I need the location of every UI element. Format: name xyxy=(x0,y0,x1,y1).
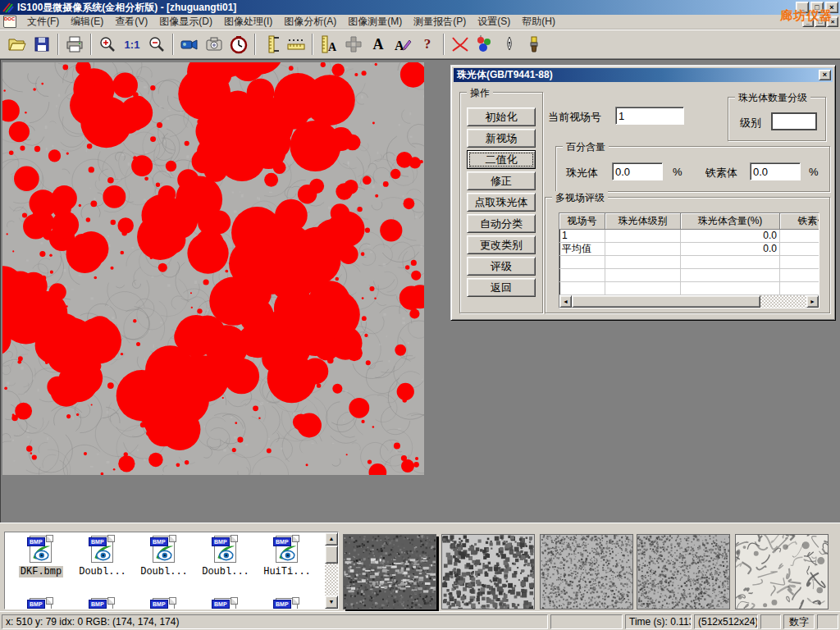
rate-button[interactable]: 评级 xyxy=(467,257,536,276)
save-button[interactable] xyxy=(30,33,53,56)
table-horizontal-scrollbar[interactable]: ◄ ► xyxy=(559,295,819,308)
file-item-doubl2[interactable]: BMP Doubl... xyxy=(135,536,194,578)
bmp-file-icon: BMP xyxy=(273,536,301,564)
percent-sign: % xyxy=(809,166,819,178)
text-tool-button[interactable]: A xyxy=(367,33,390,56)
video-capture-button[interactable] xyxy=(178,33,201,56)
pen-nib-icon xyxy=(500,35,518,53)
pick-pearlite-button[interactable]: 点取珠光体 xyxy=(467,193,536,212)
percent-sign: % xyxy=(673,166,682,178)
brush-tool-button[interactable] xyxy=(523,33,546,56)
thumbnail-4[interactable] xyxy=(637,534,730,609)
grade-input[interactable] xyxy=(771,112,817,130)
correct-button[interactable]: 修正 xyxy=(467,171,536,190)
scrollbar-track[interactable] xyxy=(325,564,338,596)
file-name[interactable]: HuiTi... xyxy=(258,566,317,578)
thumbnail-2[interactable] xyxy=(441,534,535,609)
menu-report[interactable]: 测量报告(P) xyxy=(408,13,472,30)
menu-file[interactable]: 文件(F) xyxy=(21,13,65,30)
cursor-position-status: x: 510 y: 79 idx: 0 RGB: (174, 174, 174) xyxy=(2,614,548,629)
auto-classify-button[interactable]: 自动分类 xyxy=(467,214,536,233)
file-item-row2[interactable]: BMP xyxy=(196,598,255,609)
file-item-row2[interactable]: BMP xyxy=(11,598,71,609)
help-button[interactable]: ? xyxy=(416,33,439,56)
menu-help[interactable]: 帮助(H) xyxy=(516,13,561,30)
file-item-huiti[interactable]: BMP HuiTi... xyxy=(258,536,317,578)
curve-tool-button[interactable] xyxy=(449,33,472,56)
open-file-button[interactable] xyxy=(6,33,29,56)
print-button[interactable] xyxy=(63,33,86,56)
open-folder-icon xyxy=(7,34,27,54)
menu-image-analysis[interactable]: 图像分析(A) xyxy=(278,13,342,30)
binarize-button[interactable]: 二值化 xyxy=(467,150,536,169)
cell-field: 1 xyxy=(559,230,605,243)
zoom-out-button[interactable] xyxy=(145,33,168,56)
metallographic-image[interactable] xyxy=(2,62,424,475)
menu-image-processing[interactable]: 图像处理(I) xyxy=(218,13,278,30)
file-item-doubl3[interactable]: BMP Doubl... xyxy=(196,536,255,578)
time-status: Time (s): 0.113 xyxy=(625,614,692,629)
file-item-row2[interactable]: BMP xyxy=(258,598,317,609)
brush-icon xyxy=(525,35,543,53)
toolbar-separator xyxy=(172,34,174,55)
file-item-dkf[interactable]: BMP DKF.bmp xyxy=(11,536,71,578)
scroll-up-arrow[interactable]: ▲ xyxy=(325,532,338,546)
dialog-title-bar[interactable]: 珠光体(GB/T9441-88) × xyxy=(454,68,833,82)
svg-text:A: A xyxy=(328,41,337,53)
menu-edit[interactable]: 编辑(E) xyxy=(65,13,109,30)
pearlite-percent-input[interactable] xyxy=(612,162,663,180)
file-name[interactable]: Doubl... xyxy=(135,566,194,578)
menu-image-measure[interactable]: 图像测量(M) xyxy=(342,13,408,30)
scroll-left-arrow[interactable]: ◄ xyxy=(559,295,572,308)
file-name[interactable]: Doubl... xyxy=(196,566,255,578)
grade-label: 级别 xyxy=(740,116,761,130)
scrollbar-thumb[interactable] xyxy=(572,295,760,308)
current-field-input[interactable] xyxy=(615,107,684,125)
actual-size-button[interactable]: 1:1 xyxy=(121,33,144,56)
table-row-empty xyxy=(559,269,819,282)
table-row[interactable]: 1 0.0 xyxy=(559,230,819,243)
scrollbar-thumb[interactable] xyxy=(325,546,338,564)
thumbnail-3[interactable] xyxy=(540,534,633,609)
file-item-row2[interactable]: BMP xyxy=(135,598,194,609)
ferrite-percent-input[interactable] xyxy=(750,162,801,180)
timer-button[interactable] xyxy=(227,33,250,56)
annotate-tool-button[interactable]: A xyxy=(391,33,414,56)
return-button[interactable]: 返回 xyxy=(467,278,536,297)
scroll-down-arrow[interactable]: ▼ xyxy=(325,596,338,609)
document-icon[interactable]: DOC xyxy=(3,16,16,28)
rating-table: 视场号 珠光体级别 珠光体含量(%) 铁素体 1 0.0 平均值 xyxy=(559,212,819,308)
thumbnail-1[interactable] xyxy=(343,534,436,609)
measure-label-button[interactable]: A xyxy=(317,33,340,56)
scrollbar-track[interactable] xyxy=(760,295,806,308)
file-item-doubl1[interactable]: BMP Doubl... xyxy=(73,536,132,578)
caliper-icon xyxy=(262,34,281,54)
caliper-text-icon: A xyxy=(319,34,339,54)
grid-button[interactable] xyxy=(342,33,365,56)
pen-tool-button[interactable] xyxy=(498,33,521,56)
file-name[interactable]: DKF.bmp xyxy=(11,566,71,578)
file-item-row2[interactable]: BMP xyxy=(73,598,132,609)
file-browser-scrollbar[interactable]: ▲ ▼ xyxy=(325,532,338,609)
caliper-measure-button[interactable] xyxy=(260,33,283,56)
toolbar: 1:1 xyxy=(0,30,840,59)
dialog-close-button[interactable]: × xyxy=(819,70,831,80)
table-row[interactable]: 平均值 0.0 xyxy=(559,243,819,256)
ruler-measure-button[interactable] xyxy=(285,33,308,56)
menu-settings[interactable]: 设置(S) xyxy=(472,13,516,30)
clock-icon xyxy=(229,34,249,54)
zoom-out-icon xyxy=(148,35,166,53)
new-field-button[interactable]: 新视场 xyxy=(467,129,536,148)
cell-grade xyxy=(605,243,681,256)
photo-capture-button[interactable] xyxy=(203,33,226,56)
classify-tool-button[interactable] xyxy=(473,33,496,56)
menu-image-display[interactable]: 图像显示(D) xyxy=(153,13,218,30)
file-name[interactable]: Doubl... xyxy=(73,566,132,578)
menu-view[interactable]: 查看(V) xyxy=(109,13,153,30)
change-class-button[interactable]: 更改类别 xyxy=(467,235,536,254)
scroll-right-arrow[interactable]: ► xyxy=(806,295,819,308)
col-ferrite: 铁素体 xyxy=(780,213,819,230)
init-button[interactable]: 初始化 xyxy=(467,107,536,126)
zoom-in-button[interactable] xyxy=(96,33,119,56)
thumbnail-5[interactable] xyxy=(735,534,829,609)
